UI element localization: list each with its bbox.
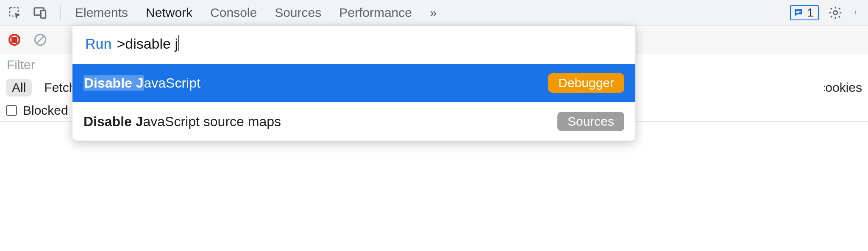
tab-sources[interactable]: Sources	[270, 3, 326, 22]
kebab-menu-icon[interactable]	[852, 4, 862, 22]
record-indicator-icon	[11, 37, 17, 43]
command-item-rest: avaScript	[144, 75, 200, 91]
tab-console[interactable]: Console	[205, 3, 262, 22]
svg-point-5	[833, 11, 837, 14]
command-menu-item[interactable]: Disable JavaScript Debugger	[72, 64, 635, 102]
svg-point-8	[855, 14, 856, 14]
settings-gear-icon[interactable]	[826, 4, 844, 22]
command-item-badge: Sources	[557, 112, 624, 131]
device-toggle-icon[interactable]	[31, 4, 49, 22]
tabbar-separator	[60, 5, 61, 20]
command-item-rest: avaScript source maps	[143, 114, 281, 129]
devtools-tabbar: Elements Network Console Sources Perform…	[0, 0, 868, 25]
svg-line-10	[36, 36, 45, 44]
issues-count: 1	[807, 6, 814, 19]
filter-input[interactable]: Filter	[6, 58, 35, 72]
svg-rect-3	[796, 11, 801, 12]
command-menu-prefix: Run	[85, 36, 111, 52]
command-menu-query: >disable j	[117, 35, 179, 52]
filter-cookies-label: 3rd-party cookies	[824, 80, 862, 95]
svg-point-7	[855, 12, 856, 13]
command-item-match: Disable J	[83, 114, 143, 129]
filter-chip-separator	[38, 80, 38, 95]
svg-rect-4	[796, 12, 799, 13]
svg-point-6	[855, 11, 856, 11]
record-button[interactable]	[8, 34, 20, 46]
tab-network[interactable]: Network	[141, 3, 198, 22]
svg-rect-2	[41, 10, 45, 18]
blocked-requests-label: Blocked requests	[23, 103, 74, 118]
command-menu-item[interactable]: Disable JavaScript source maps Sources	[72, 102, 635, 141]
tab-performance[interactable]: Performance	[334, 3, 417, 22]
issues-badge[interactable]: 1	[790, 5, 819, 20]
command-item-match: Disable J	[83, 75, 144, 91]
command-menu: Run >disable j Disable JavaScript Debugg…	[72, 25, 636, 141]
command-menu-input[interactable]: Run >disable j	[72, 26, 635, 64]
blocked-requests-checkbox[interactable]	[6, 105, 17, 116]
inspect-element-icon[interactable]	[6, 4, 24, 22]
tab-elements[interactable]: Elements	[70, 3, 133, 22]
filter-chip-all[interactable]: All	[6, 79, 32, 97]
command-item-badge: Debugger	[548, 73, 624, 93]
clear-button[interactable]	[33, 33, 47, 47]
text-caret-icon	[178, 35, 179, 51]
comment-icon	[793, 8, 804, 18]
tabs-overflow-icon[interactable]: »	[425, 3, 440, 22]
